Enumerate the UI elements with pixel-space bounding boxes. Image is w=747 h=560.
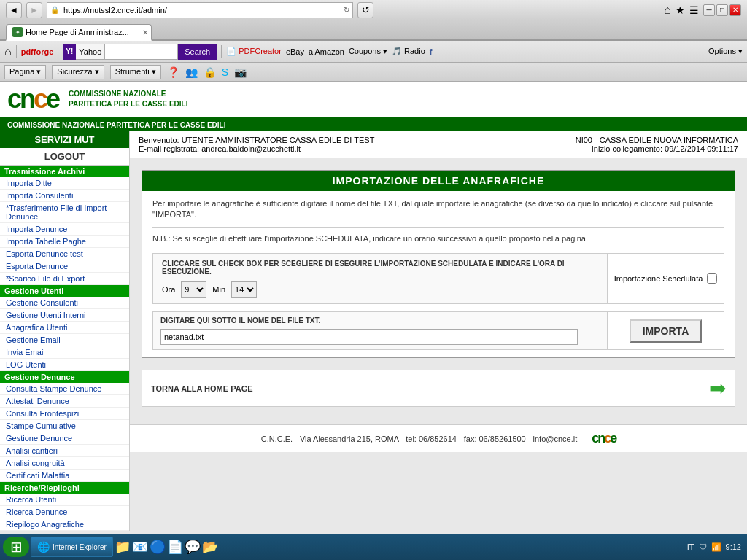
welcome-bar: Benvenuto: UTENTE AMMINISTRATORE CASSA E…	[130, 131, 747, 158]
strumenti-btn[interactable]: Strumenti ▾	[110, 65, 161, 79]
minimize-button[interactable]: ─	[703, 4, 715, 16]
sidebar-item-consulta-frontespizi[interactable]: Consulta Frontespizi	[0, 408, 129, 420]
sidebar-category-trasmissione: Trasmissione Archivi	[0, 166, 129, 177]
sidebar-item-invia-email[interactable]: Invia Email	[0, 346, 129, 359]
browser-nav-back[interactable]: ◄	[6, 2, 22, 18]
sidebar-item-gestione-denunce[interactable]: Gestione Denunce	[0, 432, 129, 445]
pdfcreator-icon: 📄 PDFCreator	[226, 47, 282, 56]
browser-second-toolbar: Pagina ▾ Sicurezza ▾ Strumenti ▾ ❓ 👥 🔒 S…	[0, 63, 747, 82]
yahoo-search-container: Y! Yahoo Search	[63, 44, 217, 60]
content-area: Benvenuto: UTENTE AMMINISTRATORE CASSA E…	[130, 131, 747, 531]
home-arrow-icon[interactable]: ➡	[709, 376, 726, 400]
sidebar-category-ricerche: Ricerche/Riepiloghi	[0, 482, 129, 494]
sidebar-item-ricerca-utenti[interactable]: Ricerca Utenti	[0, 494, 129, 506]
import-panel: IMPORTAZIONE DELLE ANAFRAFICHE Per impor…	[142, 170, 735, 358]
file-label-text: DIGITARE QUI SOTTO IL NOME DEL FILE TXT.	[160, 316, 600, 324]
file-input[interactable]	[160, 329, 578, 345]
sidebar-item-gestione-utenti-interni[interactable]: Gestione Utenti Interni	[0, 309, 129, 322]
sidebar-item-consulta-stampe[interactable]: Consulta Stampe Denunce	[0, 383, 129, 395]
min-select[interactable]: 14 15 30	[231, 281, 257, 298]
welcome-right: NI00 - CASSA EDILE NUOVA INFORMATICA Ini…	[576, 136, 738, 153]
options-btn[interactable]: Options ▾	[708, 47, 743, 56]
sidebar-logout[interactable]: LOGOUT	[0, 148, 129, 166]
camera-icon[interactable]: 📷	[234, 66, 247, 78]
importazione-schedulata-checkbox[interactable]	[707, 273, 717, 284]
sidebar-item-log-utenti[interactable]: LOG Utenti	[0, 359, 129, 371]
sidebar-category-denunce: Gestione Denunce	[0, 371, 129, 383]
cnce-header: cnce COMMISSIONE NAZIONALE PARITETICA PE…	[0, 82, 747, 119]
tab-close-icon[interactable]: ✕	[142, 28, 148, 36]
browser-settings-icon[interactable]: ☰	[689, 4, 699, 16]
sidebar-item-importa-ditte[interactable]: Importa Ditte	[0, 177, 129, 190]
welcome-email: E-mail registrata: andrea.baldoin@zucche…	[139, 144, 374, 153]
file-right: IMPORTA	[607, 312, 724, 349]
sidebar-item-analisi-congruita[interactable]: Analisi congruità	[0, 457, 129, 470]
pdfforge-logo: pdfforge	[21, 47, 54, 56]
yahoo-search-button[interactable]: Search	[178, 44, 217, 60]
ora-select[interactable]: 9 10 11	[181, 281, 206, 298]
sidebar-category-utenti: Gestione Utenti	[0, 285, 129, 297]
connection-start: Inizio collegamento: 09/12/2014 09:11:17	[576, 144, 738, 153]
sidebar-item-attestati[interactable]: Attestati Denunce	[0, 395, 129, 408]
welcome-greeting: Benvenuto: UTENTE AMMINISTRATORE CASSA E…	[139, 136, 374, 144]
footer-logo: cnce	[592, 431, 616, 446]
min-label: Min	[212, 285, 225, 294]
cnce-navbar: COMMISSIONE NAZIONALE PARITETICA PER LE …	[0, 119, 747, 131]
close-button[interactable]: ✕	[729, 4, 741, 16]
lock-icon[interactable]: 🔒	[204, 66, 216, 78]
tab-label: Home Page di Amministraz...	[26, 28, 129, 36]
skype-icon[interactable]: S	[222, 66, 228, 78]
scheduled-right: Importazione Schedulata	[607, 254, 724, 303]
scheduled-left: CLICCARE SUL CHECK BOX PER SCEGLIERE DI …	[153, 254, 607, 303]
browser-favorites-icon[interactable]: ★	[676, 4, 685, 16]
maximize-button[interactable]: □	[716, 4, 728, 16]
address-input[interactable]	[62, 3, 341, 18]
sidebar-item-anagrafica-utenti[interactable]: Anagrafica Utenti	[0, 322, 129, 334]
facebook-icon: f	[430, 47, 433, 56]
sidebar-item-importa-consulenti[interactable]: Importa Consulenti	[0, 190, 129, 202]
sidebar-section-title: SERVIZI MUT	[0, 131, 129, 148]
browser-search-toolbar: ⌂ pdfforge Y! Yahoo Search 📄 PDFCreator …	[0, 41, 747, 63]
cnce-org-text: COMMISSIONE NAZIONALE PARITETICA PER LE …	[69, 89, 187, 109]
sidebar-item-trasferimento[interactable]: *Trasferimento File di Import Denunce	[0, 202, 129, 223]
scheduled-section: CLICCARE SUL CHECK BOX PER SCEGLIERE DI …	[152, 253, 724, 304]
sicurezza-btn[interactable]: Sicurezza ▾	[52, 65, 104, 79]
browser-tabbar: ✦ Home Page di Amministraz... ✕	[0, 20, 747, 41]
footer-text: C.N.C.E. - Via Alessandria 215, ROMA - t…	[261, 435, 577, 443]
sidebar-item-importa-tabelle[interactable]: Importa Tabelle Paghe	[0, 236, 129, 248]
import-panel-body: Per importare le anagrafiche è sufficien…	[142, 191, 735, 357]
sidebar-item-importa-denunce[interactable]: Importa Denunce	[0, 223, 129, 236]
pagina-btn[interactable]: Pagina ▾	[4, 65, 46, 79]
sidebar-item-scarico[interactable]: *Scarico File di Export	[0, 273, 129, 285]
help-icon[interactable]: ❓	[167, 66, 179, 78]
content-box: IMPORTAZIONE DELLE ANAFRAFICHE Per impor…	[130, 158, 747, 419]
yahoo-search-input[interactable]	[105, 44, 178, 60]
scheduled-label-text: CLICCARE SUL CHECK BOX PER SCEGLIERE DI …	[162, 260, 598, 276]
tab-favicon: ✦	[12, 27, 23, 37]
home-label: TORNA ALLA HOME PAGE	[151, 384, 709, 393]
sidebar-item-stampe-cumulative[interactable]: Stampe Cumulative	[0, 420, 129, 432]
main-layout: SERVIZI MUT LOGOUT Trasmissione Archivi …	[0, 131, 747, 531]
browser-home-toolbar-icon[interactable]: ⌂	[4, 45, 12, 58]
import-info-text: Per importare le anagrafiche è sufficien…	[152, 198, 724, 228]
sidebar-item-riepilogo-anagrafiche[interactable]: Riepilogo Anagrafiche	[0, 518, 129, 531]
coupons-btn[interactable]: Coupons ▾	[349, 47, 387, 56]
browser-tab-active[interactable]: ✦ Home Page di Amministraz... ✕	[6, 24, 152, 41]
browser-home-icon[interactable]: ⌂	[664, 4, 671, 17]
browser-reload[interactable]: ↺	[357, 2, 374, 18]
cnce-logo-graphic: cnce	[7, 86, 58, 112]
sidebar-item-analisi-cantieri[interactable]: Analisi cantieri	[0, 445, 129, 457]
sidebar-item-ricerca-denunce[interactable]: Ricerca Denunce	[0, 506, 129, 518]
browser-nav-forward[interactable]: ►	[26, 2, 42, 18]
radio-icon: 🎵 Radio	[392, 47, 425, 56]
importa-button[interactable]: IMPORTA	[630, 319, 703, 343]
users-icon[interactable]: 👥	[185, 66, 198, 78]
sidebar-item-gestione-email[interactable]: Gestione Email	[0, 334, 129, 346]
sidebar-item-gestione-consulenti[interactable]: Gestione Consulenti	[0, 297, 129, 309]
sidebar-item-esporta-test[interactable]: Esporta Denunce test	[0, 248, 129, 260]
toolbar-separator-2	[58, 45, 58, 58]
yahoo-label: Yahoo	[76, 44, 105, 60]
cnce-footer: C.N.C.E. - Via Alessandria 215, ROMA - t…	[130, 424, 747, 452]
sidebar-item-esporta-denunce[interactable]: Esporta Denunce	[0, 260, 129, 273]
sidebar-item-certificati-malattia[interactable]: Certificati Malattia	[0, 470, 129, 482]
